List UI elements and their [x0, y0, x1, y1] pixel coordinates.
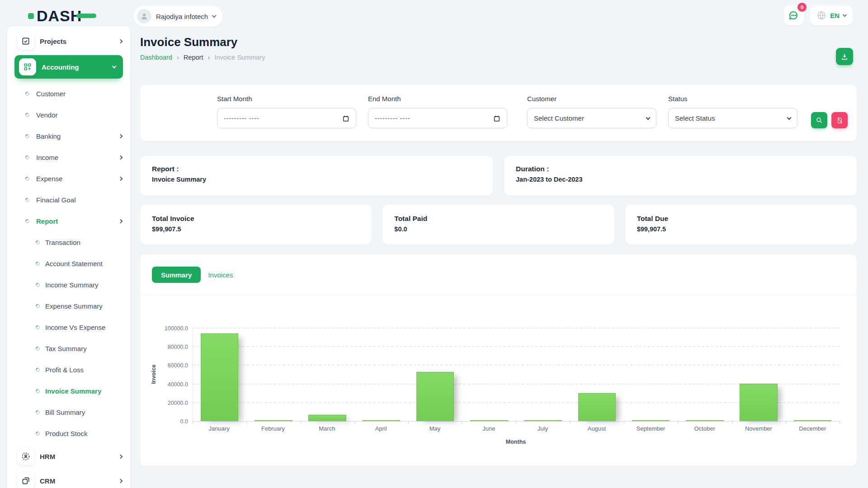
- chart-plot: 0.020000.040000.060000.080000.0100000.0: [192, 328, 840, 422]
- hrm-icon: [17, 448, 34, 465]
- sidebar-item-transaction[interactable]: Transaction: [7, 232, 130, 253]
- download-button[interactable]: [836, 48, 853, 65]
- sidebar-item-income[interactable]: Income: [7, 147, 130, 168]
- apply-filter-button[interactable]: [811, 112, 827, 128]
- chevron-right-icon: [118, 479, 123, 483]
- bar-november: [732, 328, 786, 421]
- customer-selected-value: Select Customer: [534, 114, 584, 122]
- x-tick-label: January: [192, 425, 246, 432]
- customer-select[interactable]: Select Customer: [527, 108, 656, 128]
- calendar-icon[interactable]: [342, 115, 349, 122]
- company-switcher[interactable]: Rajodiya infotech: [133, 6, 223, 27]
- sidebar-item-accounting[interactable]: Accounting: [14, 55, 123, 79]
- chat-icon: [788, 10, 799, 21]
- sidebar: Projects Accounting Customer Vendor Bank…: [7, 26, 130, 488]
- x-tick-label: August: [570, 425, 623, 432]
- bullet-icon: [35, 282, 41, 288]
- sidebar-item-income-summary[interactable]: Income Summary: [7, 274, 130, 296]
- breadcrumb-dashboard[interactable]: Dashboard: [140, 54, 172, 61]
- filter-card: Start Month --------- ---- End Month ---…: [140, 85, 857, 141]
- bar-july: [516, 328, 570, 421]
- sidebar-item-label: Income Summary: [45, 281, 122, 289]
- sidebar-item-label: Bill Summary: [45, 408, 122, 416]
- chart-tabs: Summary Invoices: [140, 254, 857, 283]
- x-tick-label: November: [731, 425, 785, 432]
- sidebar-item-label: Profit & Loss: [45, 366, 122, 374]
- bullet-icon: [24, 112, 30, 118]
- sidebar-item-invoice-summary[interactable]: Invoice Summary: [7, 380, 130, 402]
- end-month-input[interactable]: --------- ----: [368, 108, 507, 128]
- sidebar-item-hrm[interactable]: HRM: [7, 444, 130, 469]
- breadcrumb-current: Invoice Summary: [214, 54, 265, 61]
- chevron-right-icon: [118, 219, 123, 224]
- total-due-label: Total Due: [637, 215, 845, 223]
- sidebar-item-label: Income Vs Expense: [45, 324, 122, 331]
- language-selector[interactable]: EN: [810, 5, 853, 25]
- total-paid-card: Total Paid $0.0: [382, 205, 614, 244]
- sidebar-item-tax-summary[interactable]: Tax Summary: [7, 338, 130, 359]
- chart-x-axis-title: Months: [192, 439, 840, 445]
- x-tick-label: October: [678, 425, 731, 432]
- messages-button[interactable]: 0: [784, 5, 804, 25]
- chevron-down-icon: [646, 115, 651, 120]
- start-month-label: Start Month: [217, 95, 356, 103]
- bar-september: [624, 328, 678, 421]
- sidebar-item-account-statement[interactable]: Account Statement: [7, 253, 130, 274]
- report-info-label: Report :: [152, 165, 481, 173]
- bullet-icon: [35, 346, 41, 352]
- sidebar-item-vendor[interactable]: Vendor: [7, 104, 130, 126]
- sidebar-item-expense-summary[interactable]: Expense Summary: [7, 296, 130, 317]
- chevron-down-icon: [212, 14, 217, 18]
- reset-filter-button[interactable]: [831, 112, 848, 128]
- chart-y-axis-title: Invoice: [151, 364, 157, 384]
- bullet-icon: [35, 388, 41, 394]
- sidebar-item-customer[interactable]: Customer: [7, 83, 130, 104]
- tab-summary[interactable]: Summary: [152, 267, 201, 283]
- total-invoice-card: Total Invoice $99,907.5: [140, 205, 372, 244]
- report-info-value: Invoice Summary: [152, 176, 481, 183]
- bullet-icon: [24, 155, 30, 160]
- bar-march: [301, 328, 354, 421]
- projects-icon: [17, 33, 34, 50]
- sidebar-item-bill-summary[interactable]: Bill Summary: [7, 402, 130, 423]
- total-paid-label: Total Paid: [394, 215, 602, 223]
- crm-icon: [17, 472, 34, 488]
- avatar: [137, 9, 151, 23]
- sidebar-item-product-stock[interactable]: Product Stock: [7, 423, 130, 444]
- sidebar-item-projects[interactable]: Projects: [7, 30, 130, 52]
- chevron-down-icon: [112, 64, 117, 69]
- sidebar-item-banking[interactable]: Banking: [7, 126, 130, 147]
- x-tick-label: May: [408, 425, 462, 432]
- bar-october: [678, 328, 731, 421]
- bar-january: [193, 328, 246, 421]
- sidebar-item-income-vs-expense[interactable]: Income Vs Expense: [7, 317, 130, 338]
- status-label: Status: [668, 95, 797, 103]
- start-month-input[interactable]: --------- ----: [217, 108, 356, 128]
- sidebar-item-label: Transaction: [45, 239, 122, 246]
- sidebar-item-label: Finacial Goal: [36, 196, 122, 204]
- sidebar-item-expense[interactable]: Expense: [7, 168, 130, 189]
- bullet-icon: [35, 324, 41, 330]
- sidebar-item-report[interactable]: Report: [7, 211, 130, 232]
- sidebar-item-label: Account Statement: [45, 260, 122, 267]
- sidebar-item-profit-loss[interactable]: Profit & Loss: [7, 359, 130, 380]
- sidebar-item-crm[interactable]: CRM: [7, 469, 130, 488]
- download-icon: [840, 52, 849, 61]
- start-month-placeholder: --------- ----: [224, 115, 259, 122]
- sidebar-item-label: HRM: [40, 453, 119, 460]
- total-due-value: $99,907.5: [637, 225, 845, 233]
- start-month-field: Start Month --------- ----: [217, 95, 356, 128]
- total-paid-value: $0.0: [394, 225, 602, 233]
- total-invoice-label: Total Invoice: [152, 215, 360, 223]
- x-tick-label: February: [246, 425, 300, 432]
- sidebar-item-label: Invoice Summary: [45, 387, 122, 395]
- y-tick-label: 60000.0: [168, 362, 188, 369]
- sidebar-item-finacial-goal[interactable]: Finacial Goal: [7, 189, 130, 211]
- sidebar-item-label: Customer: [36, 90, 122, 98]
- bullet-icon: [24, 197, 30, 203]
- tab-invoices[interactable]: Invoices: [208, 271, 233, 279]
- breadcrumb-report[interactable]: Report: [184, 54, 203, 61]
- bullet-icon: [35, 239, 41, 245]
- calendar-icon[interactable]: [493, 115, 500, 122]
- status-select[interactable]: Select Status: [668, 108, 797, 128]
